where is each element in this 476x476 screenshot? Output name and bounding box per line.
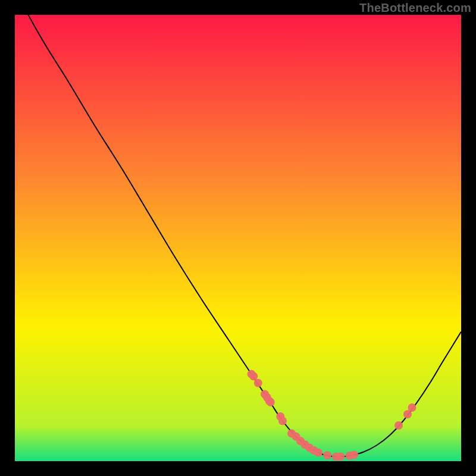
marker-dot xyxy=(337,453,345,461)
marker-dot xyxy=(267,398,275,406)
plot-frame xyxy=(15,15,461,461)
marker-dot xyxy=(350,451,358,459)
chart-stage: TheBottleneck.com xyxy=(0,0,476,476)
marker-dot xyxy=(408,403,416,412)
chart-svg xyxy=(15,15,461,461)
gradient-background xyxy=(15,15,461,461)
marker-dot xyxy=(278,417,287,425)
marker-dot xyxy=(323,451,331,459)
marker-dot xyxy=(394,421,403,430)
marker-dot xyxy=(314,449,322,457)
watermark-text: TheBottleneck.com xyxy=(359,1,471,15)
plot-area xyxy=(15,15,461,461)
marker-dot xyxy=(254,379,262,387)
